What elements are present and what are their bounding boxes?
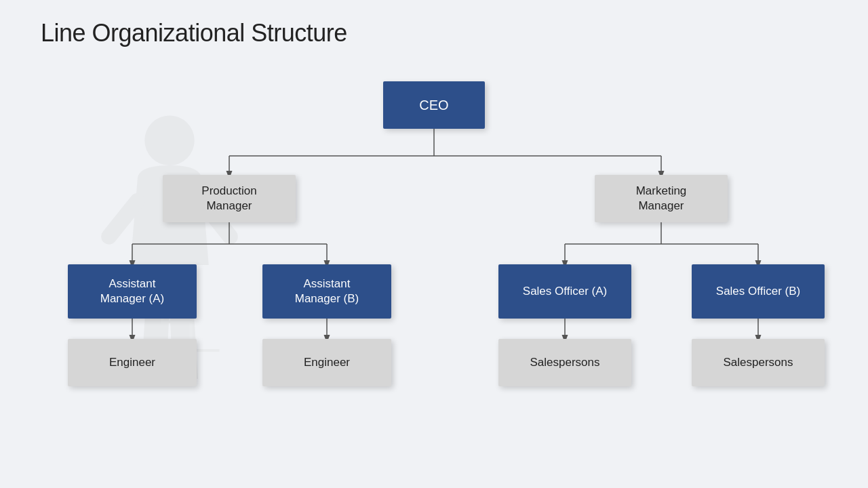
- salespersons-b-box: Salespersons: [692, 339, 825, 386]
- engineer-b-box: Engineer: [262, 339, 391, 386]
- page-title: Line Organizational Structure: [41, 19, 347, 47]
- sales-officer-b-box: Sales Officer (B): [692, 264, 825, 319]
- engineer-a-box: Engineer: [68, 339, 197, 386]
- production-manager-box: Production Manager: [163, 175, 296, 222]
- ceo-box: CEO: [383, 81, 485, 129]
- salespersons-a-box: Salespersons: [498, 339, 631, 386]
- org-chart: CEO Production Manager Marketing Manager…: [0, 68, 868, 488]
- assistant-manager-a-box: Assistant Manager (A): [68, 264, 197, 319]
- assistant-manager-b-box: Assistant Manager (B): [262, 264, 391, 319]
- sales-officer-a-box: Sales Officer (A): [498, 264, 631, 319]
- marketing-manager-box: Marketing Manager: [595, 175, 728, 222]
